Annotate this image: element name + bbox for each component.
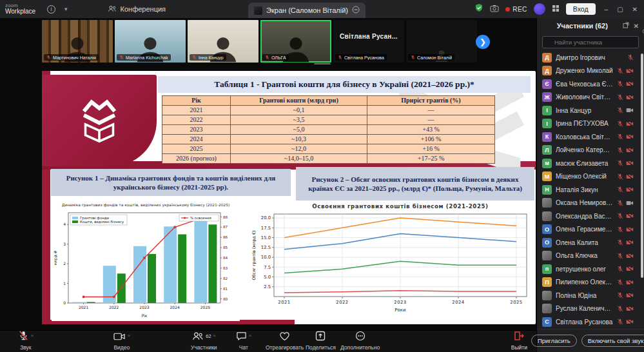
- svg-text:2021: 2021: [79, 305, 88, 309]
- participant-avatar: [542, 211, 552, 221]
- react-button[interactable]: Отреагировать: [266, 333, 304, 351]
- participant-row[interactable]: О Олена Калита: [537, 236, 644, 249]
- unmute-self-button[interactable]: Включить свой звук: [581, 335, 644, 347]
- video-thumbnail[interactable]: Мартинович Наталія: [42, 20, 113, 63]
- participant-row[interactable]: Ж Живолович Світлана: [537, 91, 644, 104]
- svg-text:2025: 2025: [200, 305, 210, 309]
- svg-text:Кошти, виділені бізнесу: Кошти, виділені бізнесу: [80, 220, 124, 224]
- close-panel-icon[interactable]: ✕: [634, 23, 639, 30]
- apps-grid-icon[interactable]: [552, 3, 560, 15]
- table-cell: —: [367, 106, 495, 115]
- video-options-chevron[interactable]: ^: [128, 334, 130, 339]
- participants-button[interactable]: 62^ Участники: [191, 333, 217, 351]
- svg-text:2024: 2024: [452, 300, 464, 305]
- university-logo-block: [42, 75, 157, 166]
- participant-avatar: О: [542, 238, 552, 248]
- mic-muted-icon: [617, 147, 623, 153]
- maximize-window-icon[interactable]: ▢: [617, 6, 623, 13]
- search-input[interactable]: [542, 36, 639, 48]
- participant-row[interactable]: п петрушенко олег: [537, 262, 644, 276]
- participants-panel-title: Участники (62): [542, 22, 623, 30]
- participant-name: Пилипенко Олександр: [556, 279, 613, 286]
- share-screen-button[interactable]: Поделиться: [306, 333, 336, 351]
- mic-muted-icon: [617, 133, 623, 140]
- video-thumbnail[interactable]: Саломон Віталій: [406, 20, 477, 63]
- participant-row[interactable]: Руслан Калениченко: [537, 302, 644, 316]
- participant-search[interactable]: [537, 34, 644, 51]
- tab-conference-label: Конференция: [121, 5, 166, 13]
- figure2-caption: Рисунок 2 – Обсяг освоєних грантових кош…: [296, 167, 534, 200]
- more-options-button[interactable]: Дополнительно: [340, 333, 380, 351]
- svg-text:1: 1: [63, 281, 66, 286]
- svg-text:17.5: 17.5: [261, 226, 271, 231]
- tab-screen-share[interactable]: Экран (Саломон Віталій): [248, 3, 366, 18]
- video-thumbnail[interactable]: Світлана Русан... Світлана Русанова: [333, 20, 404, 63]
- participant-row[interactable]: П Пилипенко Олександр: [537, 276, 644, 289]
- meeting-area: Мартинович Наталія Marianna Kichurchak І…: [0, 18, 536, 352]
- participant-row[interactable]: Л Лойченко Катерина: [537, 144, 644, 157]
- svg-text:12.5: 12.5: [261, 245, 271, 250]
- participant-row[interactable]: М Міщенко Олексій: [537, 170, 644, 184]
- participant-row[interactable]: Н Наталія Зикун: [537, 183, 644, 197]
- camera-status-icon: [626, 226, 634, 233]
- thumb-nameplate: Мартинович Наталія: [44, 54, 99, 61]
- scrollbar[interactable]: [641, 54, 643, 278]
- mic-muted-icon: [617, 292, 623, 298]
- table-row: 2024~10,3+106 %: [162, 135, 495, 144]
- svg-text:15.0: 15.0: [261, 235, 271, 240]
- chat-options-chevron[interactable]: ^: [249, 334, 251, 339]
- tab-conference[interactable]: Конференция: [108, 5, 166, 14]
- participant-name: масюк Єлизавета: [556, 160, 613, 167]
- leave-icon: [513, 331, 525, 344]
- participant-row[interactable]: Поліна Юдіна: [537, 289, 644, 302]
- minimize-window-icon[interactable]: –: [605, 6, 609, 13]
- leave-meeting-button[interactable]: Выйти: [511, 333, 527, 351]
- mute-audio-button[interactable]: ^ Звук: [18, 333, 34, 351]
- camera-status-icon: [626, 306, 634, 312]
- security-shield-icon[interactable]: [474, 3, 483, 15]
- minimize-tab-icon[interactable]: [352, 6, 360, 15]
- participant-row[interactable]: Олександра Васильєва: [537, 210, 644, 223]
- camera-status-icon: [626, 147, 634, 153]
- participant-row[interactable]: К Козловська Світлана: [537, 130, 644, 144]
- table-row: 2025~12,0+16 %: [162, 144, 495, 154]
- video-thumbnail[interactable]: Інна Канцур: [188, 20, 259, 63]
- participant-row[interactable]: Д Друженко Миколай: [537, 64, 644, 78]
- info-icon[interactable]: i: [47, 5, 55, 14]
- next-videos-button[interactable]: ❯: [476, 35, 490, 49]
- participant-row[interactable]: м масюк Єлизавета: [537, 157, 644, 170]
- start-video-button[interactable]: ^ Видео: [113, 333, 130, 351]
- svg-text:84: 84: [223, 256, 228, 260]
- svg-text:87: 87: [223, 225, 228, 229]
- video-thumbnail[interactable]: ОЛЬГА: [260, 20, 331, 63]
- close-window-icon[interactable]: ✕: [632, 6, 638, 13]
- chat-button[interactable]: ^ Чат: [236, 333, 251, 351]
- more-dots-icon: [355, 331, 366, 344]
- participant-row[interactable]: Ольга Ключка: [537, 249, 644, 263]
- svg-text:2.5: 2.5: [264, 284, 271, 289]
- participant-row[interactable]: С Світлана Русанова: [537, 315, 644, 329]
- participant-avatar: Д: [542, 53, 552, 63]
- participant-row[interactable]: І Інна Канцур: [537, 104, 644, 117]
- participant-row[interactable]: Оксана Немировська: [537, 197, 644, 210]
- video-thumbnail[interactable]: Marianna Kichurchak: [115, 20, 186, 63]
- participant-avatar: [542, 304, 552, 313]
- participant-row[interactable]: О Олена Герасименко: [537, 223, 644, 237]
- tab-screen-label: Экран (Саломон Віталій): [266, 6, 348, 14]
- participants-options-chevron[interactable]: ^: [213, 334, 216, 339]
- popout-panel-icon[interactable]: [623, 22, 629, 30]
- participant-row[interactable]: Д Дмитро Ігорович: [537, 51, 644, 64]
- thumb-name: Marianna Kichurchak: [126, 55, 168, 60]
- participant-avatar: м: [542, 159, 552, 168]
- participant-row[interactable]: Є Єва Чеховська Євгенівна 1-15: [537, 77, 644, 91]
- svg-text:82: 82: [223, 277, 228, 280]
- participant-avatar: Н: [542, 185, 552, 195]
- camera-status-icon: [626, 213, 634, 219]
- invite-button[interactable]: Пригласить: [531, 335, 577, 347]
- login-button[interactable]: Вход: [566, 3, 596, 15]
- audio-options-chevron[interactable]: ^: [31, 334, 34, 339]
- capture-icon[interactable]: [490, 3, 499, 15]
- chevron-down-icon[interactable]: ▾: [64, 6, 68, 12]
- participant-row[interactable]: І Ірина ПЄТУХОВА: [537, 117, 644, 131]
- account-avatar[interactable]: [534, 3, 545, 15]
